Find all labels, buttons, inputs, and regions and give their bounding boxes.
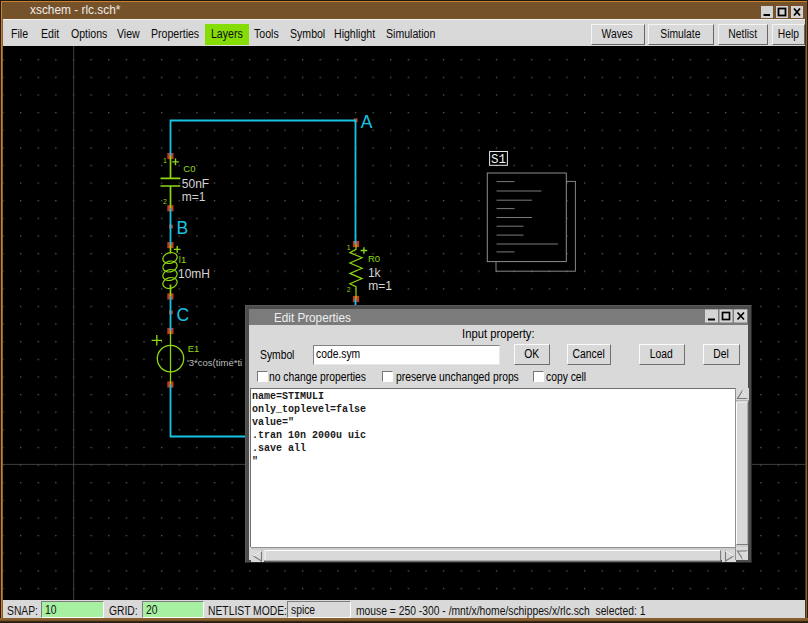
svg-text:A: A [361, 112, 373, 132]
svg-text:l1: l1 [179, 254, 186, 265]
svg-text:m=1: m=1 [182, 190, 206, 204]
svg-text:R0: R0 [368, 253, 380, 264]
svg-text:'3*cos(time*ti: '3*cos(time*ti [187, 357, 242, 368]
svg-text:1: 1 [347, 244, 351, 251]
svg-text:B: B [177, 218, 189, 238]
svg-text:S1: S1 [491, 153, 506, 167]
svg-text:E1: E1 [188, 343, 200, 354]
svg-text:C: C [177, 305, 190, 325]
svg-text:50nF: 50nF [182, 177, 209, 191]
svg-text:1k: 1k [368, 266, 382, 280]
svg-text:1: 1 [163, 157, 167, 164]
svg-text:m=1: m=1 [368, 279, 392, 293]
svg-text:10mH: 10mH [178, 267, 210, 281]
svg-text:C0: C0 [183, 163, 195, 174]
svg-text:2: 2 [347, 286, 351, 293]
svg-text:2: 2 [163, 198, 167, 205]
